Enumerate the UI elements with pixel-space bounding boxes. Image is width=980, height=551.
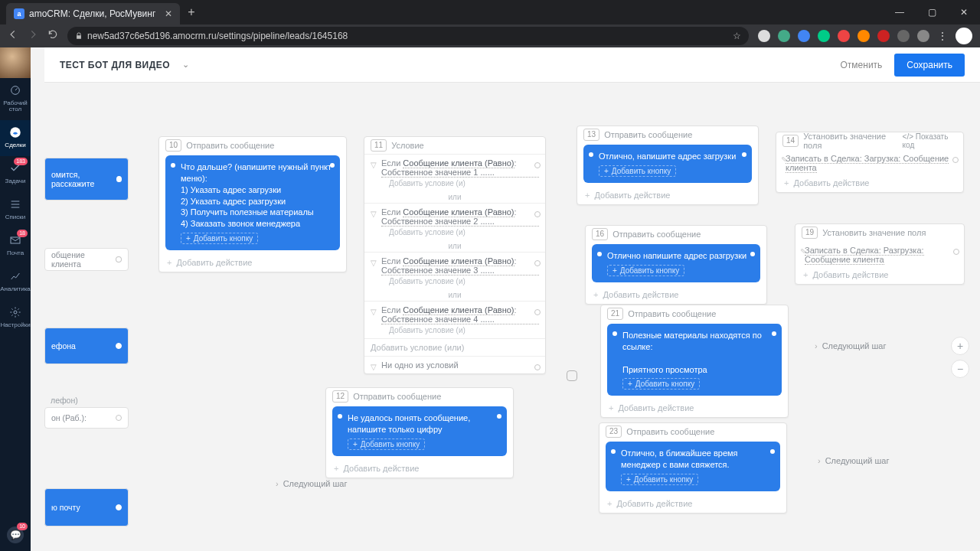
- step-21[interactable]: 21Отправить сообщение Полезные материалы…: [600, 305, 789, 418]
- step-11-condition[interactable]: 11Условие ▽Если Сообщение клиента (Равно…: [364, 136, 546, 374]
- browser-tab[interactable]: a amoCRM: Сделки, РосМувинг ✕: [6, 3, 180, 24]
- sidebar-item-settings[interactable]: Настройки: [0, 300, 31, 336]
- add-action-button[interactable]: Добавить действие: [776, 175, 963, 192]
- avatar[interactable]: [0, 47, 31, 78]
- add-and-condition[interactable]: Добавить условие (и): [389, 228, 539, 236]
- message-card[interactable]: Отлично, в ближайшее время менеджер с ва…: [606, 442, 780, 491]
- step-23[interactable]: 23Отправить сообщение Отлично, в ближайш…: [599, 422, 787, 514]
- step-13[interactable]: 13Отправить сообщение Отлично, напишите …: [577, 126, 759, 205]
- add-button-action[interactable]: +Добавить кнопку: [622, 378, 700, 390]
- menu-icon[interactable]: ⋮: [937, 30, 948, 42]
- message-card[interactable]: Полезные материалы находятся по ссылке: …: [607, 324, 782, 396]
- step-number: 10: [165, 139, 181, 152]
- message-card[interactable]: Отлично, напишите адрес загрузки+Добавит…: [583, 145, 752, 183]
- message-card[interactable]: Не удалось понять сообщение, напишите то…: [332, 406, 507, 456]
- partial-card[interactable]: общение клиента: [44, 248, 129, 271]
- back-icon[interactable]: [8, 29, 18, 43]
- cancel-button[interactable]: Отменить: [841, 60, 883, 70]
- set-field-row[interactable]: ✎Записать в Сделка: Разгрузка: Сообщение…: [795, 241, 964, 267]
- sidebar-item-tasks[interactable]: Задачи: [0, 156, 31, 192]
- next-step-link[interactable]: Следующий шаг: [276, 479, 347, 488]
- ext-icon[interactable]: [818, 30, 830, 42]
- partial-card[interactable]: ефона: [44, 328, 129, 364]
- next-step-link[interactable]: Следующий шаг: [815, 341, 886, 350]
- add-action-button[interactable]: Добавить действие: [601, 400, 788, 417]
- condition-row[interactable]: ▽Если Сообщение клиента (Равно):Собствен…: [364, 301, 545, 338]
- condition-row[interactable]: ▽Если Сообщение клиента (Равно):Собствен…: [364, 252, 545, 289]
- show-code-button[interactable]: </> Показать код: [903, 132, 957, 149]
- message-card[interactable]: Что дальше? (напишите нужный пункт меню)…: [165, 155, 340, 250]
- set-field-row[interactable]: ✎Записать в Сделка: Загрузка: Сообщение …: [776, 149, 963, 175]
- sidebar-item-analytics[interactable]: Аналитика: [0, 264, 31, 300]
- profile-icon[interactable]: [956, 28, 972, 44]
- ext-icon[interactable]: [858, 30, 870, 42]
- ext-icon[interactable]: [877, 30, 890, 42]
- condition-row[interactable]: ▽Если Сообщение клиента (Равно):Собствен…: [364, 203, 545, 240]
- add-or-condition[interactable]: Добавить условие (или): [364, 338, 545, 356]
- ext-icon[interactable]: [838, 30, 850, 42]
- add-button-action[interactable]: +Добавить кнопку: [348, 439, 425, 450]
- step-16[interactable]: 16Отправить сообщение Отлично напишите а…: [585, 225, 767, 305]
- star-icon[interactable]: ☆: [733, 31, 741, 41]
- message-card[interactable]: Отлично напишите адрес разгрузки+Добавит…: [592, 244, 760, 282]
- sidebar-label: Списки: [5, 214, 26, 220]
- save-button[interactable]: Сохранить: [894, 54, 965, 77]
- output-port[interactable]: [534, 211, 541, 217]
- close-icon[interactable]: ✕: [165, 8, 172, 19]
- output-port[interactable]: [953, 249, 959, 255]
- add-action-button[interactable]: Добавить действие: [795, 267, 964, 284]
- chevron-down-icon[interactable]: ⌄: [182, 60, 189, 70]
- output-port[interactable]: [534, 309, 541, 315]
- add-and-condition[interactable]: Добавить условие (и): [389, 179, 539, 187]
- output-port[interactable]: [534, 162, 541, 168]
- add-action-button[interactable]: Добавить действие: [577, 187, 758, 204]
- omnibox[interactable]: new5ad37c6e5d196.amocrm.ru/settings/pipe…: [67, 27, 749, 45]
- add-button-action[interactable]: +Добавить кнопку: [621, 474, 698, 485]
- add-action-button[interactable]: Добавить действие: [326, 461, 513, 478]
- add-action-button[interactable]: Добавить действие: [159, 255, 346, 272]
- minimize-icon[interactable]: —: [884, 7, 916, 18]
- bot-canvas[interactable]: омится, расскажите общение клиента ефона…: [31, 83, 980, 551]
- partial-card[interactable]: он (Раб.):: [44, 407, 129, 429]
- sidebar-chat[interactable]: 💬: [7, 527, 24, 551]
- forward-icon[interactable]: [28, 29, 38, 43]
- zoom-out-button[interactable]: −: [951, 360, 969, 378]
- zoom-in-button[interactable]: +: [951, 337, 969, 355]
- sidebar-label: Почта: [7, 250, 24, 256]
- output-port[interactable]: [534, 364, 541, 370]
- step-title: Условие: [391, 141, 424, 150]
- maximize-icon[interactable]: ▢: [916, 7, 948, 18]
- partial-card[interactable]: ю почту: [44, 488, 129, 527]
- new-tab-button[interactable]: +: [188, 5, 194, 19]
- add-button-action[interactable]: +Добавить кнопку: [607, 265, 684, 276]
- add-button-action[interactable]: +Добавить кнопку: [599, 165, 676, 177]
- add-button-action[interactable]: +Добавить кнопку: [181, 233, 258, 244]
- ext-icon[interactable]: [917, 30, 929, 42]
- partial-card[interactable]: омится, расскажите: [44, 158, 129, 201]
- step-12[interactable]: 12Отправить сообщение Не удалось понять …: [325, 387, 514, 478]
- none-condition[interactable]: ▽Ни одно из условий: [364, 356, 545, 373]
- reload-icon[interactable]: [47, 29, 58, 43]
- add-action-button[interactable]: Добавить действие: [586, 287, 766, 304]
- add-and-condition[interactable]: Добавить условие (и): [389, 326, 539, 334]
- step-19[interactable]: 19Установить значение поля ✎Записать в С…: [795, 223, 965, 285]
- ext-icon[interactable]: [798, 30, 810, 42]
- sidebar-item-lists[interactable]: Списки: [0, 192, 31, 228]
- condition-row[interactable]: ▽Если Сообщение клиента (Равно):Собствен…: [364, 154, 545, 191]
- output-port[interactable]: [952, 157, 959, 163]
- add-and-condition[interactable]: Добавить условие (и): [389, 277, 539, 285]
- sidebar-item-desktop[interactable]: Рабочий стол: [0, 78, 31, 120]
- ext-icon[interactable]: [778, 30, 790, 42]
- step-10[interactable]: 10Отправить сообщение Что дальше? (напиш…: [158, 136, 347, 272]
- message-text: Отлично, в ближайшее время менеджер с ва…: [621, 448, 773, 471]
- ext-icon[interactable]: [897, 30, 910, 42]
- output-port[interactable]: [534, 260, 541, 266]
- step-14[interactable]: 14Установить значение поля</> Показать к…: [776, 132, 964, 193]
- sidebar-item-deals[interactable]: Сделки: [0, 120, 31, 156]
- pipeline-title[interactable]: ТЕСТ БОТ ДЛЯ ВИДЕО: [60, 60, 170, 70]
- close-window-icon[interactable]: ✕: [948, 7, 980, 18]
- ext-icon[interactable]: [758, 30, 770, 42]
- add-action-button[interactable]: Добавить действие: [599, 496, 786, 513]
- sidebar-item-mail[interactable]: Почта: [0, 228, 31, 264]
- next-step-link[interactable]: Следующий шаг: [818, 456, 889, 465]
